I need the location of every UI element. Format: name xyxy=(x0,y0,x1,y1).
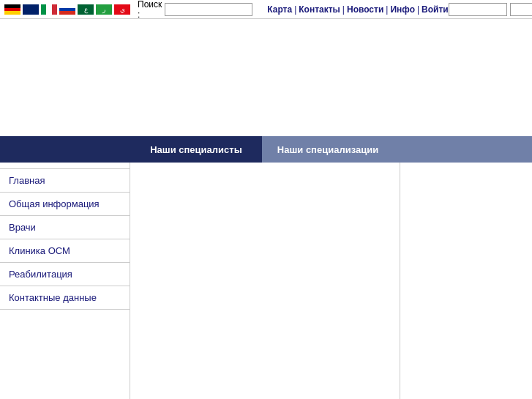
right-input-1[interactable] xyxy=(449,3,507,16)
nav-novosti[interactable]: Новости xyxy=(347,4,383,15)
nav-sep-2: | xyxy=(342,4,345,15)
sidebar: Главная Общая информация Врачи Клиника О… xyxy=(0,163,130,399)
sidebar-item-klinika[interactable]: Клиника ОСМ xyxy=(0,239,130,263)
flag-arabic[interactable]: ع xyxy=(78,4,94,15)
right-input-2[interactable] xyxy=(510,3,532,16)
tabs-left-spacer xyxy=(0,136,130,163)
search-label: Поиск : xyxy=(138,0,162,20)
nav-sep-4: | xyxy=(417,4,419,15)
nav-sep-3: | xyxy=(386,4,388,15)
flag-turkish[interactable]: ي xyxy=(114,4,130,15)
tab-specialists-label: Наши специалисты xyxy=(150,144,242,155)
flag-german[interactable] xyxy=(4,4,20,15)
tabs-row: Наши специалисты Наши специализации xyxy=(0,136,532,163)
nav-links: Карта | Контакты | Новости | Инфо | Войт… xyxy=(267,4,448,15)
tab-specialists[interactable]: Наши специалисты xyxy=(130,136,262,163)
sidebar-item-glavnaya[interactable]: Главная xyxy=(0,168,130,193)
flag-english[interactable] xyxy=(23,4,39,15)
flag-persian[interactable]: ر xyxy=(96,4,112,15)
tab-specializations-label: Наши специализации xyxy=(277,144,378,155)
nav-karta[interactable]: Карта xyxy=(267,4,292,15)
main-content: Главная Общая информация Врачи Клиника О… xyxy=(0,163,532,399)
nav-sep-1: | xyxy=(294,4,296,15)
flag-italian[interactable] xyxy=(41,4,57,15)
nav-info[interactable]: Инфо xyxy=(390,4,415,15)
banner xyxy=(0,19,532,136)
nav-kontakty[interactable]: Контакты xyxy=(299,4,340,15)
sidebar-item-reabilitatsiya[interactable]: Реабилитация xyxy=(0,263,130,286)
flags-container: ع ر ي xyxy=(4,4,130,15)
right-inputs: ► xyxy=(449,2,532,17)
right-content xyxy=(400,163,532,399)
sidebar-item-obschaya[interactable]: Общая информация xyxy=(0,193,130,216)
center-content xyxy=(130,163,400,399)
tab-specializations[interactable]: Наши специализации xyxy=(262,136,394,163)
sidebar-item-kontakty[interactable]: Контактные данные xyxy=(0,286,130,310)
sidebar-item-vrachi[interactable]: Врачи xyxy=(0,216,130,239)
tabs-right-spacer xyxy=(394,136,532,163)
search-input[interactable] xyxy=(165,3,252,16)
flag-russian[interactable] xyxy=(59,4,75,15)
nav-voiti[interactable]: Войти xyxy=(422,4,449,15)
header: ع ر ي Поиск : Карта | Контакты | Новости… xyxy=(0,0,532,19)
